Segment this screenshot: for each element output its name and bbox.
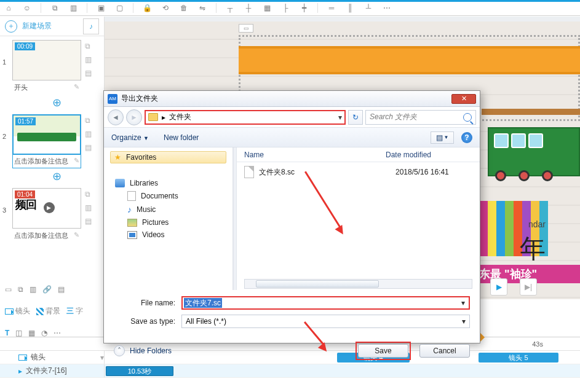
refresh-button[interactable]: ↻ <box>348 110 363 125</box>
new-scene-label[interactable]: 新建场景 <box>22 21 52 31</box>
emoji-icon[interactable]: ☺ <box>22 3 32 13</box>
view-dropdown[interactable]: ▤▼ <box>431 131 454 144</box>
tool-link[interactable]: 🔗 <box>42 285 52 294</box>
ungroup-icon[interactable]: ▢ <box>114 3 124 13</box>
lock-icon[interactable]: 🔒 <box>142 3 152 13</box>
new-scene-button[interactable]: ＋ <box>5 20 17 33</box>
copy-icon[interactable]: ⧉ <box>50 3 60 13</box>
scene-item[interactable]: 2 01:57 点击添加备注信息✎ ⊕ ⧉ ▥ ▤ <box>2 114 101 184</box>
organize-button[interactable]: Organize ▼ <box>111 133 149 142</box>
tool-select[interactable]: ▭ <box>5 285 12 294</box>
scene-caption[interactable]: 开头 <box>14 83 28 92</box>
close-button[interactable]: ✕ <box>451 94 476 104</box>
scene-caption[interactable]: 点击添加备注信息 <box>14 231 68 240</box>
group-icon[interactable]: ▣ <box>96 3 106 13</box>
tree-libraries[interactable]: Libraries <box>110 177 226 189</box>
filename-input[interactable]: 文件夹7.sc ▾ <box>181 296 470 310</box>
star-icon: ★ <box>114 153 121 162</box>
more-button[interactable]: ⋯ <box>54 329 61 337</box>
filetype-select[interactable]: All Files (*.*) ▾ <box>181 315 470 328</box>
clip-selected[interactable]: 10.53秒 <box>106 366 173 376</box>
camera-button[interactable]: 镜头 <box>5 306 30 316</box>
search-field[interactable]: Search 文件夹 <box>365 110 476 125</box>
more-icon[interactable]: ⋯ <box>382 3 392 13</box>
help-button[interactable]: ? <box>461 132 472 143</box>
shape-button[interactable]: ◫ <box>15 329 22 337</box>
background-button[interactable]: 背景 <box>36 306 60 316</box>
scene-copy-icon[interactable]: ⧉ <box>85 190 97 198</box>
align-top-icon[interactable]: ┬ <box>225 3 235 13</box>
home-icon[interactable]: ⌂ <box>4 3 14 13</box>
folder-tree[interactable]: ★Favorites Libraries Documents ♪Music Pi… <box>104 147 233 290</box>
tree-documents[interactable]: Documents <box>110 189 226 203</box>
paste-icon[interactable]: ▥ <box>68 3 78 13</box>
file-row[interactable]: 文件夹8.sc 2018/5/16 16:41 <box>237 162 480 182</box>
next-button[interactable]: ▶| <box>520 278 537 296</box>
filetype-dropdown-icon[interactable]: ▾ <box>462 317 466 326</box>
edit-caption-icon[interactable]: ✎ <box>74 231 79 240</box>
clip[interactable]: 镜头 5 <box>479 353 558 363</box>
pictures-icon <box>127 219 137 227</box>
save-button[interactable]: Save <box>358 344 408 358</box>
align-vcenter-icon[interactable]: ┼ <box>244 3 253 13</box>
hide-folders-button[interactable]: ˄ Hide Folders <box>114 345 172 356</box>
tree-music[interactable]: ♪Music <box>110 203 226 216</box>
align-grid-icon[interactable]: ▦ <box>262 3 272 13</box>
scene-copy-icon[interactable]: ⧉ <box>85 116 97 125</box>
scene-del-icon[interactable]: ▤ <box>85 217 97 225</box>
back-icon[interactable]: ⟲ <box>161 3 170 13</box>
scene-item[interactable]: 1 00:09 开头✎ ⊕ ⧉ ▥ ▤ <box>2 40 101 111</box>
scene-thumb[interactable]: 00:09 <box>12 40 81 80</box>
list-header[interactable]: Name Date modified <box>237 147 480 162</box>
col-name[interactable]: Name <box>244 151 386 159</box>
music-button[interactable]: ♪ <box>83 18 99 34</box>
filename-dropdown-icon[interactable]: ▾ <box>459 299 467 307</box>
camera-icon <box>18 355 27 361</box>
play-button[interactable]: ▶ <box>490 278 507 296</box>
scene-thumb[interactable]: 01:04 频回 <box>12 188 81 229</box>
align-bottom-icon[interactable]: ┴ <box>363 3 373 13</box>
scrollbar-thumb[interactable] <box>256 280 379 288</box>
scene-item[interactable]: 3 01:04 频回 点击添加备注信息✎ ⧉ ▥ ▤ <box>2 188 101 243</box>
edit-caption-icon[interactable]: ✎ <box>74 83 79 92</box>
delete-icon[interactable]: 🗑 <box>179 3 189 13</box>
scene-copy-icon[interactable]: ⧉ <box>85 42 97 50</box>
scene-dup-icon[interactable]: ▥ <box>85 55 97 64</box>
col-date[interactable]: Date modified <box>386 151 431 159</box>
scene-dup-icon[interactable]: ▥ <box>85 130 97 138</box>
file-list[interactable]: Name Date modified 文件夹8.sc 2018/5/16 16:… <box>237 147 480 290</box>
tool-copy[interactable]: ⧉ <box>18 285 23 294</box>
align-left-icon[interactable]: ├ <box>280 3 290 13</box>
tool-del[interactable]: ▤ <box>58 285 65 294</box>
chart-button[interactable]: ◔ <box>41 329 47 337</box>
h-scrollbar[interactable] <box>244 279 472 289</box>
dist-h-icon[interactable]: ═ <box>327 3 336 13</box>
dist-v-icon[interactable]: ║ <box>345 3 355 13</box>
add-scene-after[interactable]: ⊕ <box>22 95 91 111</box>
scene-dup-icon[interactable]: ▥ <box>85 203 97 212</box>
file-name: 文件夹8.sc <box>259 167 391 178</box>
add-scene-after[interactable]: ⊕ <box>22 168 91 184</box>
tree-favorites[interactable]: ★Favorites <box>110 151 226 163</box>
align-hcenter-icon[interactable]: ┿ <box>299 3 309 13</box>
text-button[interactable]: T <box>5 329 9 337</box>
tool-paste[interactable]: ▥ <box>30 285 36 294</box>
nav-fwd-button[interactable]: ► <box>126 109 142 125</box>
scene-caption[interactable]: 点击添加备注信息 <box>14 157 68 166</box>
path-dropdown-icon[interactable]: ▾ <box>338 113 342 122</box>
image-button[interactable]: ▦ <box>28 329 35 337</box>
scene-del-icon[interactable]: ▤ <box>85 69 97 77</box>
font-button[interactable]: 三字 <box>66 306 83 316</box>
nav-back-button[interactable]: ◄ <box>108 109 124 125</box>
tree-pictures[interactable]: Pictures <box>110 216 226 229</box>
tree-videos[interactable]: Videos <box>110 229 226 241</box>
cancel-button[interactable]: Cancel <box>419 344 470 358</box>
chevron-up-icon: ˄ <box>114 345 125 356</box>
scene-thumb[interactable]: 01:57 <box>12 114 81 155</box>
flip-icon[interactable]: ⇋ <box>197 3 207 13</box>
dialog-titlebar[interactable]: AM 导出文件夹 ✕ <box>104 91 480 107</box>
path-field[interactable]: ▸ 文件夹 ▾ <box>145 110 346 125</box>
new-folder-button[interactable]: New folder <box>164 133 199 142</box>
edit-caption-icon[interactable]: ✎ <box>74 157 79 166</box>
scene-del-icon[interactable]: ▤ <box>85 143 97 152</box>
